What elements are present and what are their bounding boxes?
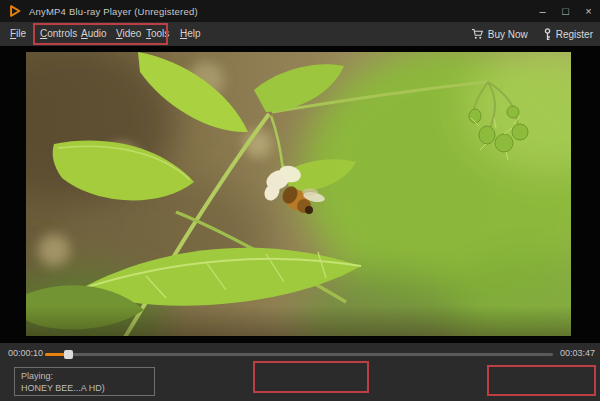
- menu-tools[interactable]: Tools: [146, 22, 169, 46]
- title-bar: AnyMP4 Blu-ray Player (Unregistered) – □…: [0, 0, 600, 22]
- menu-bar: File Controls Audio Video Tools Help Buy…: [0, 22, 600, 46]
- menu-controls[interactable]: Controls: [40, 22, 77, 46]
- buy-now-button[interactable]: Buy Now: [471, 28, 528, 40]
- elapsed-time: 00:00:10: [8, 348, 43, 358]
- buy-now-label: Buy Now: [488, 29, 528, 40]
- progress-handle[interactable]: [64, 350, 73, 359]
- register-button[interactable]: Register: [543, 28, 593, 41]
- close-button[interactable]: ×: [577, 0, 600, 22]
- menu-video[interactable]: Video: [116, 22, 141, 46]
- video-frame[interactable]: [26, 52, 571, 336]
- shopping-cart-icon: [471, 28, 484, 40]
- register-label: Register: [556, 29, 593, 40]
- app-logo-icon: [8, 4, 22, 18]
- menu-help[interactable]: Help: [180, 22, 201, 46]
- menu-audio[interactable]: Audio: [81, 22, 107, 46]
- control-panel: 00:00:10 00:03:47 Playing: HONEY BEE...A…: [0, 343, 600, 401]
- now-playing-box: Playing: HONEY BEE...A HD): [14, 367, 155, 396]
- now-playing-label: Playing:: [21, 370, 148, 382]
- key-icon: [543, 28, 552, 41]
- video-zone: [0, 46, 600, 343]
- maximize-button[interactable]: □: [554, 0, 577, 22]
- menu-file[interactable]: File: [10, 22, 26, 46]
- duration-time: 00:03:47: [560, 348, 595, 358]
- app-window: AnyMP4 Blu-ray Player (Unregistered) – □…: [0, 0, 600, 401]
- window-controls: – □ ×: [531, 0, 600, 22]
- now-playing-title: HONEY BEE...A HD): [21, 382, 148, 394]
- window-title: AnyMP4 Blu-ray Player (Unregistered): [29, 6, 198, 17]
- video-content: [26, 52, 571, 336]
- minimize-button[interactable]: –: [531, 0, 554, 22]
- menu-right-group: Buy Now Register: [471, 22, 593, 46]
- progress-bar[interactable]: [45, 353, 553, 356]
